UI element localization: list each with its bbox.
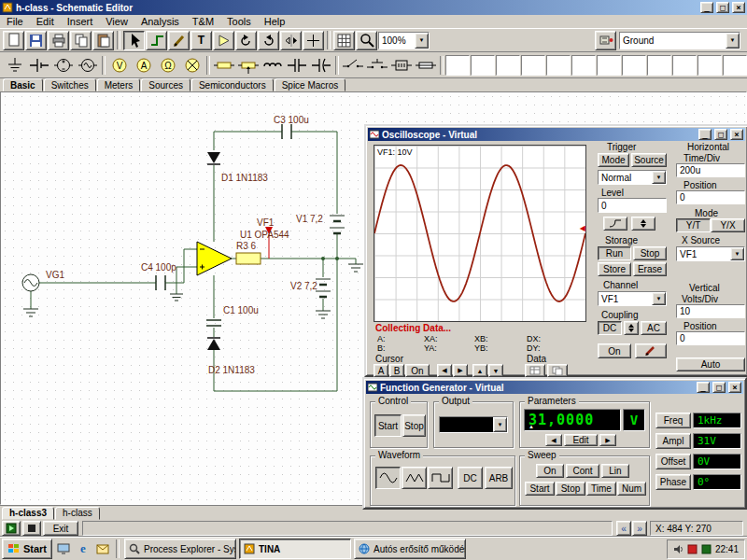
quick-launch-browser-button[interactable]: e [75, 539, 92, 558]
dc-button[interactable]: DC [458, 467, 483, 489]
coupling-ac-button[interactable]: AC [641, 321, 667, 335]
main-titlebar[interactable]: h-class - Schematic Editor _ □ × [0, 0, 747, 15]
fg-stop-button[interactable]: Stop [402, 414, 426, 437]
electrolytic-capacitor-button[interactable] [309, 54, 333, 77]
sweep-num-button[interactable]: Num [617, 482, 646, 496]
sheet-tab-h-class3[interactable]: h-class3 [2, 507, 54, 520]
capacitor-component-button[interactable] [285, 54, 309, 77]
chevron-down-icon[interactable]: ▼ [726, 33, 740, 49]
chevron-down-icon[interactable]: ▼ [652, 171, 666, 184]
start-button[interactable]: Start [2, 539, 52, 559]
menu-help[interactable]: Help [258, 15, 292, 28]
offset-button[interactable]: Offset [655, 454, 691, 469]
minimize-button[interactable]: _ [698, 129, 712, 140]
channel-on-button[interactable]: On [598, 343, 631, 358]
cursor-a-button[interactable]: A [374, 364, 388, 377]
square-wave-button[interactable] [428, 467, 453, 489]
scroll-left-button[interactable]: « [616, 521, 631, 536]
ground-component-button[interactable] [3, 54, 27, 77]
trigger-mode-button[interactable]: Mode [598, 153, 629, 167]
edit-next-button[interactable]: ▶ [599, 434, 616, 446]
sweep-start-button[interactable]: Start [525, 482, 555, 496]
task-tina[interactable]: TINA [239, 539, 351, 559]
scroll-right-button[interactable]: » [632, 521, 647, 536]
maximize-button[interactable]: □ [714, 129, 727, 140]
generator-component-button[interactable] [76, 54, 100, 77]
yx-mode-button[interactable]: Y/X [711, 218, 745, 232]
stop-button[interactable]: Stop [633, 246, 667, 260]
cursor-on-button[interactable]: On [405, 364, 430, 377]
rotate-left-button[interactable] [235, 31, 257, 50]
inductor-component-button[interactable] [261, 54, 285, 77]
new-button[interactable] [3, 31, 24, 50]
text-tool-button[interactable]: T [190, 31, 212, 50]
chevron-down-icon[interactable]: ▼ [493, 417, 507, 432]
probe-tool-button[interactable] [168, 31, 190, 50]
fg-start-button[interactable]: Start [374, 414, 402, 437]
lamp-component-button[interactable] [180, 54, 204, 77]
menu-file[interactable]: File [0, 15, 30, 28]
close-button[interactable]: × [730, 129, 743, 140]
tab-spice-macros[interactable]: Spice Macros [275, 78, 346, 91]
task-browser-page[interactable]: Autós erősítő működése ... [354, 539, 466, 559]
tm-stop-button[interactable] [22, 521, 41, 536]
coupling-dc-button[interactable]: DC [598, 321, 622, 335]
chevron-down-icon[interactable]: ▼ [415, 33, 429, 49]
tab-meters[interactable]: Meters [97, 78, 141, 91]
resistor-component-button[interactable] [212, 54, 236, 77]
menu-tm[interactable]: T&M [186, 15, 220, 28]
zoom-tool-button[interactable] [356, 31, 377, 50]
mirror-button[interactable] [280, 31, 302, 50]
h-position-input[interactable]: 0 [676, 190, 745, 204]
trace-color-button[interactable] [635, 343, 667, 358]
ohmmeter-component-button[interactable]: Ω [156, 54, 180, 77]
switch-component-button[interactable] [341, 54, 365, 77]
green-tray-icon[interactable] [701, 544, 712, 554]
battery-component-button[interactable] [27, 54, 51, 77]
red-tray-icon[interactable] [687, 544, 698, 554]
ammeter-component-button[interactable]: A [132, 54, 156, 77]
edit-button[interactable]: Edit [564, 434, 598, 446]
cursor-b-button[interactable]: B [389, 364, 404, 377]
chevron-down-icon[interactable]: ▼ [652, 292, 666, 305]
move-tool-button[interactable] [303, 31, 324, 50]
volume-tray-icon[interactable] [673, 544, 684, 554]
fuse-component-button[interactable] [414, 54, 438, 77]
tab-basic[interactable]: Basic [3, 78, 43, 91]
symbol-tool-button[interactable] [213, 31, 234, 50]
edit-prev-button[interactable]: ◀ [545, 434, 562, 446]
menu-tools[interactable]: Tools [220, 15, 258, 28]
voltmeter-component-button[interactable]: V [107, 54, 132, 77]
sweep-time-button[interactable]: Time [586, 482, 616, 496]
quick-launch-desktop-button[interactable] [55, 539, 72, 558]
copy-data-button[interactable] [547, 364, 568, 377]
menu-view[interactable]: View [99, 15, 134, 28]
close-button[interactable]: × [732, 2, 745, 13]
run-button[interactable]: Run [598, 246, 631, 260]
output-combo[interactable]: ▼ [439, 416, 508, 433]
export-data-button[interactable] [525, 364, 545, 377]
ground-reference-combo[interactable]: Ground ▼ [619, 32, 740, 49]
maximize-button[interactable]: □ [712, 382, 726, 393]
menu-edit[interactable]: Edit [30, 15, 61, 28]
sine-wave-button[interactable] [375, 467, 401, 489]
tab-sources[interactable]: Sources [141, 78, 190, 91]
trigger-slope-button[interactable] [603, 217, 627, 231]
tm-run-button[interactable] [2, 521, 21, 536]
chevron-down-icon[interactable]: ▼ [730, 247, 744, 260]
print-button[interactable] [48, 31, 69, 50]
zoom-level-combo[interactable]: 100% ▼ [378, 32, 430, 49]
oscilloscope-titlebar[interactable]: Oscilloscope - Virtual _ □ × [368, 128, 745, 141]
voltage-source-button[interactable] [51, 54, 76, 77]
select-tool-button[interactable] [123, 31, 145, 50]
trigger-marker-icon[interactable]: ◀ [580, 224, 585, 232]
cursor-down-button[interactable]: ▼ [488, 364, 503, 377]
store-button[interactable]: Store [598, 262, 631, 276]
relay-component-button[interactable] [389, 54, 414, 77]
grid-toggle-button[interactable] [333, 31, 355, 50]
ampl-button[interactable]: Ampl [655, 433, 691, 449]
coupling-toggle-button[interactable] [624, 321, 639, 335]
quick-launch-mail-button[interactable] [94, 539, 111, 558]
channel-combo[interactable]: VF1 ▼ [598, 291, 667, 306]
tab-semiconductors[interactable]: Semiconductors [191, 78, 274, 91]
